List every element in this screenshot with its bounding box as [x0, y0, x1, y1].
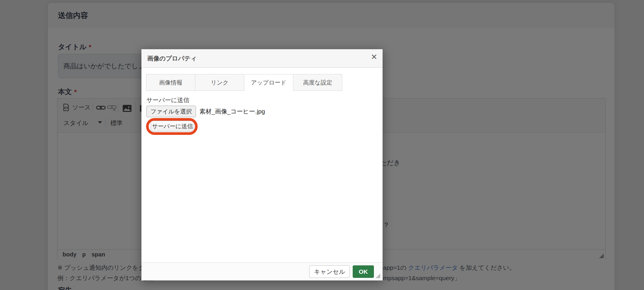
cancel-button[interactable]: キャンセル: [309, 265, 350, 278]
send-to-server-button[interactable]: サーバーに送信: [151, 121, 194, 132]
upload-section-label: サーバーに送信: [146, 96, 189, 104]
close-icon[interactable]: ✕: [371, 53, 377, 61]
tab-advanced[interactable]: 高度な設定: [293, 74, 342, 91]
selected-file-name: 素材_画像_コーヒー.jpg: [199, 106, 265, 117]
ok-button[interactable]: OK: [353, 265, 374, 278]
dialog-footer: キャンセル OK: [141, 263, 383, 280]
dialog-resize-handle[interactable]: [376, 274, 380, 278]
image-properties-dialog: 画像のプロパティ ✕ 画像情報 リンク アップロード 高度な設定 サーバーに送信…: [141, 49, 383, 280]
dialog-header[interactable]: 画像のプロパティ ✕: [141, 49, 383, 68]
tab-upload[interactable]: アップロード: [244, 74, 293, 91]
tab-image-info[interactable]: 画像情報: [146, 74, 195, 91]
dialog-title: 画像のプロパティ: [147, 54, 197, 63]
tab-link[interactable]: リンク: [195, 74, 244, 91]
choose-file-button[interactable]: ファイルを選択: [146, 106, 196, 117]
dialog-tabs: 画像情報 リンク アップロード 高度な設定: [146, 74, 342, 91]
